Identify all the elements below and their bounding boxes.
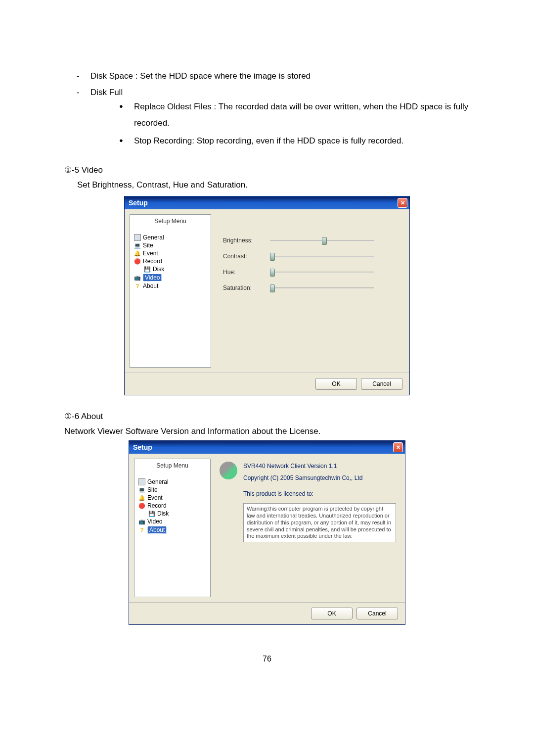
video-section-desc: Set Brightness, Contrast, Hue and Satura…	[77, 180, 470, 190]
tree-item-record[interactable]: 🔴 Record	[133, 257, 208, 265]
tree-label: About	[143, 283, 158, 289]
dialog-title: Setup	[133, 443, 152, 451]
tree-label: Disk	[153, 266, 164, 273]
tree-item-general[interactable]: General	[137, 478, 207, 486]
setup-tree: General 💻 Site 🔔 Event 🔴 Record 💾 Disk	[130, 234, 211, 293]
tree-label: Video	[147, 518, 162, 525]
saturation-label: Saturation:	[223, 284, 260, 291]
tree-item-record[interactable]: 🔴 Record	[137, 502, 207, 510]
tv-icon: 📺	[134, 274, 141, 281]
tree-item-video[interactable]: 📺 Video	[133, 273, 208, 282]
about-info: SVR440 Network Client Version 1,1 Copyri…	[243, 462, 396, 597]
monitor-icon	[138, 478, 145, 485]
monitor-icon	[134, 234, 141, 241]
video-section-heading: ①-5 Video	[64, 165, 470, 175]
saturation-row: Saturation:	[223, 284, 400, 291]
tree-item-general[interactable]: General	[133, 234, 208, 241]
warning-box: Warning:this computer program is protect…	[243, 503, 396, 542]
cancel-button[interactable]: Cancel	[356, 608, 398, 619]
tree-label: Record	[147, 502, 167, 509]
page-number: 76	[64, 655, 470, 663]
disk-list: Disk Space : Set the HDD space where the…	[77, 69, 470, 149]
tree-item-event[interactable]: 🔔 Event	[137, 494, 207, 502]
dialog-buttons: OK Cancel	[129, 602, 405, 624]
tree-item-video[interactable]: 📺 Video	[137, 518, 207, 525]
contrast-label: Contrast:	[223, 253, 260, 260]
globe-icon	[220, 462, 237, 479]
tree-item-site[interactable]: 💻 Site	[137, 486, 207, 494]
replace-item: Replace Oldest Files : The recorded data…	[119, 99, 470, 131]
close-icon[interactable]: ✕	[398, 198, 407, 208]
dialog-buttons: OK Cancel	[125, 373, 409, 395]
tree-label: Disk	[157, 510, 169, 517]
setup-sidebar: Setup Menu General 💻 Site 🔔 Event 🔴 Reco…	[134, 459, 211, 597]
hue-row: Hue:	[223, 269, 400, 276]
tree-item-disk[interactable]: 💾 Disk	[137, 510, 207, 518]
tree-label: Site	[143, 242, 153, 249]
contrast-slider[interactable]	[270, 256, 374, 257]
setup-sidebar: Setup Menu General 💻 Site 🔔 Event 🔴 Reco…	[130, 214, 211, 368]
tree-label: Event	[143, 250, 158, 257]
disk-full-item: Disk Full Replace Oldest Files : The rec…	[77, 86, 470, 149]
brightness-label: Brightness:	[223, 237, 260, 244]
network-icon: 💻	[138, 486, 145, 493]
titlebar[interactable]: Setup ✕	[129, 441, 405, 454]
tree-label: Site	[147, 486, 158, 493]
stop-item: Stop Recording: Stop recording, even if …	[119, 133, 470, 149]
sidebar-title: Setup Menu	[134, 459, 210, 478]
network-icon: 💻	[134, 242, 141, 249]
licensed-text: This product is licensed to:	[243, 489, 396, 498]
about-panel: SVR440 Network Client Version 1,1 Copyri…	[214, 454, 405, 602]
tree-label: General	[147, 478, 169, 485]
tv-icon: 📺	[138, 518, 145, 525]
disk-full-sublist: Replace Oldest Files : The recorded data…	[119, 99, 470, 149]
video-panel: Brightness: Contrast: Hue: Saturation:	[214, 209, 409, 373]
tree-label: Event	[147, 494, 163, 501]
setup-dialog-video: Setup ✕ Setup Menu General 💻 Site 🔔 Even…	[124, 196, 410, 395]
record-icon: 🔴	[138, 502, 145, 509]
titlebar[interactable]: Setup ✕	[125, 196, 409, 209]
copyright-text: Copyright (C) 2005 Samsungtechwin Co,, L…	[243, 473, 396, 482]
ok-button[interactable]: OK	[311, 608, 353, 619]
tree-item-site[interactable]: 💻 Site	[133, 241, 208, 249]
floppy-icon: 💾	[148, 510, 155, 517]
hue-slider[interactable]	[270, 272, 374, 273]
tree-item-about[interactable]: ? About	[137, 525, 207, 534]
bell-icon: 🔔	[134, 250, 141, 257]
brightness-row: Brightness:	[223, 237, 400, 244]
about-section-heading: ①-6 About	[64, 411, 470, 422]
tree-item-about[interactable]: ? About	[133, 282, 208, 290]
dialog-title: Setup	[129, 199, 148, 207]
tree-label: Record	[143, 258, 162, 265]
tree-label: General	[143, 234, 164, 241]
record-icon: 🔴	[134, 258, 141, 265]
brightness-slider[interactable]	[270, 240, 374, 241]
disk-space-item: Disk Space : Set the HDD space where the…	[77, 69, 470, 83]
version-text: SVR440 Network Client Version 1,1	[243, 462, 396, 471]
tree-item-disk[interactable]: 💾 Disk	[133, 265, 208, 273]
bell-icon: 🔔	[138, 494, 145, 501]
floppy-icon: 💾	[144, 266, 151, 273]
close-icon[interactable]: ✕	[393, 442, 403, 452]
hue-label: Hue:	[223, 269, 260, 276]
tree-label-selected: About	[147, 526, 167, 534]
sidebar-title: Setup Menu	[130, 215, 211, 234]
saturation-slider[interactable]	[270, 287, 374, 288]
about-section-desc: Network Viewer Software Version and Info…	[64, 426, 470, 436]
ok-button[interactable]: OK	[315, 378, 357, 390]
disk-full-label: Disk Full	[90, 88, 123, 97]
question-icon: ?	[138, 526, 145, 533]
tree-label-selected: Video	[143, 274, 162, 282]
setup-dialog-about: Setup ✕ Setup Menu General 💻 Site 🔔 Even…	[129, 440, 405, 625]
setup-tree: General 💻 Site 🔔 Event 🔴 Record 💾 Disk	[134, 478, 210, 537]
question-icon: ?	[134, 283, 141, 289]
tree-item-event[interactable]: 🔔 Event	[133, 249, 208, 257]
contrast-row: Contrast:	[223, 253, 400, 260]
cancel-button[interactable]: Cancel	[361, 378, 402, 390]
